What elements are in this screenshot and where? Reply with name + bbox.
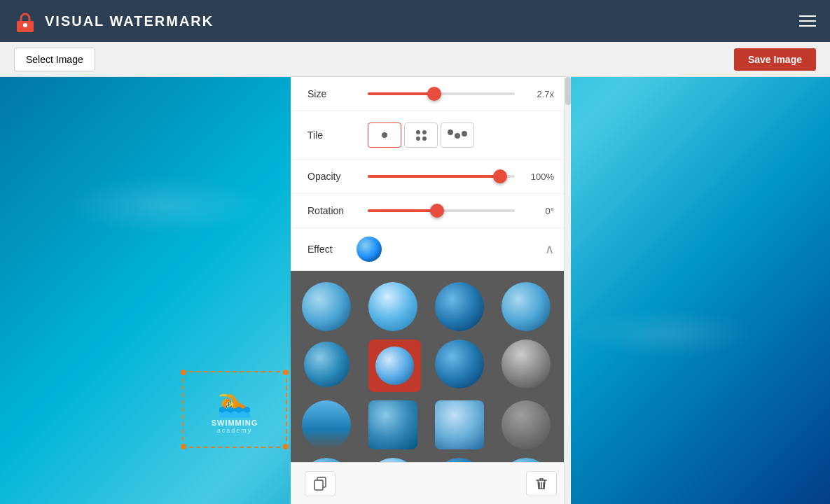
tile-option-grid[interactable] — [404, 122, 438, 148]
panel-bottom-bar — [291, 462, 571, 504]
effect-grid — [291, 271, 571, 462]
effect-label: Effect — [307, 244, 357, 255]
rotation-row: Rotation 0° — [291, 194, 571, 228]
trash-icon — [534, 477, 548, 491]
opacity-row: Opacity 100% — [291, 160, 571, 194]
opacity-slider-track — [368, 175, 515, 178]
svg-point-2 — [23, 23, 27, 27]
watermark-icon: 🏊 — [217, 386, 252, 419]
size-slider-container — [368, 92, 515, 95]
watermark-handle-tl[interactable] — [181, 370, 186, 375]
watermark-handle-tr[interactable] — [283, 370, 289, 375]
rotation-slider-track — [368, 209, 515, 212]
main-area: 🏊 SWIMMING academy Size 2.7x Tile — [0, 77, 830, 504]
size-slider-fill — [368, 92, 434, 95]
opacity-slider-container — [368, 175, 515, 178]
effect-item-12[interactable] — [502, 400, 551, 449]
tile-option-scatter[interactable] — [441, 122, 474, 148]
watermark-handle-br[interactable] — [283, 444, 289, 449]
effect-item-11[interactable] — [435, 400, 484, 449]
app-title: VISUAL WATERMARK — [45, 13, 214, 29]
effect-circle-11 — [435, 400, 484, 449]
effect-circle-2 — [368, 282, 417, 331]
copy-button[interactable] — [305, 471, 336, 496]
main-toolbar: Select Image Save Image — [0, 42, 830, 77]
panel-scrollbar-thumb[interactable] — [565, 77, 571, 105]
watermark-element[interactable]: 🏊 SWIMMING academy — [182, 371, 287, 448]
effect-item-2[interactable] — [368, 282, 417, 331]
effect-item-7[interactable] — [435, 340, 484, 388]
lock-icon — [14, 10, 36, 32]
select-image-button[interactable]: Select Image — [14, 48, 95, 71]
effect-circle-4 — [502, 282, 551, 331]
effect-item-10[interactable] — [368, 400, 417, 449]
size-slider-thumb[interactable] — [427, 87, 441, 101]
effect-item-8[interactable] — [502, 340, 551, 388]
tile-row: Tile — [291, 111, 571, 160]
watermark-text-bottom: academy — [217, 427, 253, 434]
watermark-text-top: SWIMMING — [212, 419, 258, 427]
menu-button[interactable] — [799, 15, 816, 27]
rotation-label: Rotation — [307, 205, 357, 216]
tile-single-dot — [382, 132, 387, 138]
effect-preview-circle — [357, 237, 382, 262]
effect-circle-6 — [375, 346, 414, 385]
effect-circle-8 — [502, 340, 551, 388]
effect-circle-12 — [502, 400, 551, 449]
panel-scrollbar[interactable] — [564, 77, 571, 504]
watermark-handle-bl[interactable] — [181, 444, 186, 449]
opacity-label: Opacity — [307, 171, 357, 182]
rotation-slider-thumb[interactable] — [430, 204, 444, 218]
effect-item-6-selected[interactable] — [368, 340, 421, 392]
size-label: Size — [307, 88, 357, 99]
copy-icon — [313, 477, 327, 491]
opacity-slider-fill — [368, 175, 500, 178]
settings-panel: Size 2.7x Tile — [291, 77, 571, 504]
effect-item-9[interactable] — [302, 400, 351, 449]
size-row: Size 2.7x — [291, 77, 571, 111]
effect-circle-7 — [435, 340, 484, 388]
rotation-value: 0° — [526, 206, 554, 216]
opacity-value: 100% — [526, 172, 554, 182]
rotation-slider-container — [368, 209, 515, 212]
effect-circle-1 — [302, 282, 351, 331]
size-slider-track — [368, 92, 515, 95]
effect-circle-10 — [368, 400, 417, 449]
save-image-button[interactable]: Save Image — [734, 48, 816, 71]
tile-options — [368, 122, 474, 148]
rotation-slider-fill — [368, 209, 437, 212]
opacity-slider-thumb[interactable] — [493, 169, 507, 183]
effect-circle-5 — [304, 342, 350, 387]
app-header: VISUAL WATERMARK — [0, 0, 830, 42]
tile-grid-dots — [416, 130, 427, 141]
delete-button[interactable] — [526, 471, 557, 496]
effect-circle-3 — [435, 282, 484, 331]
svg-rect-4 — [314, 480, 323, 490]
effect-item-5[interactable] — [302, 340, 351, 388]
tile-scatter-dots — [448, 130, 467, 141]
effect-item-4[interactable] — [502, 282, 551, 331]
effect-section-header[interactable]: Effect ∧ — [291, 228, 571, 271]
effect-item-1[interactable] — [302, 282, 351, 331]
tile-option-single[interactable] — [368, 122, 401, 148]
header-left: VISUAL WATERMARK — [14, 10, 214, 32]
size-value: 2.7x — [526, 89, 554, 99]
effect-circle-9 — [302, 400, 351, 449]
effect-item-3[interactable] — [435, 282, 484, 331]
tile-label: Tile — [307, 130, 357, 141]
chevron-up-icon: ∧ — [545, 241, 554, 257]
